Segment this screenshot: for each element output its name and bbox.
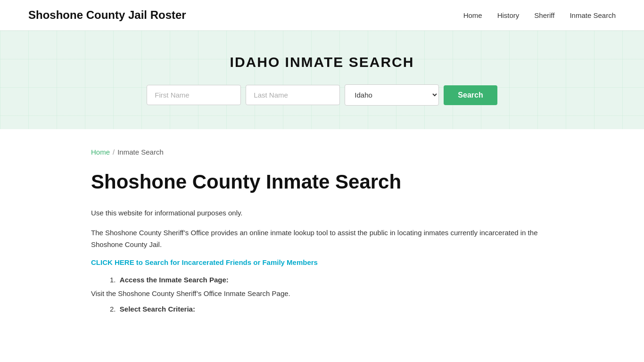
nav-inmate-search[interactable]: Inmate Search (570, 11, 616, 19)
breadcrumb-separator: / (113, 148, 115, 156)
site-nav: Home History Sheriff Inmate Search (463, 11, 616, 19)
list-item-2-number: 2. (110, 305, 116, 313)
state-select[interactable]: Idaho Alabama Alaska Arizona Arkansas Ca… (345, 84, 439, 106)
breadcrumb-current: Inmate Search (117, 148, 164, 156)
site-title[interactable]: Shoshone County Jail Roster (28, 8, 186, 22)
list-item-2: 2. Select Search Criteria: (110, 305, 553, 313)
nav-sheriff[interactable]: Sheriff (534, 11, 554, 19)
nav-history[interactable]: History (497, 11, 520, 19)
hero-title: IDAHO INMATE SEARCH (9, 54, 635, 70)
click-here-link[interactable]: CLICK HERE to Search for Incarcerated Fr… (91, 258, 318, 266)
list-item-1-number: 1. (110, 276, 116, 284)
page-heading: Shoshone County Inmate Search (91, 170, 553, 194)
search-form: Idaho Alabama Alaska Arizona Arkansas Ca… (9, 84, 635, 106)
site-header: Shoshone County Jail Roster Home History… (0, 0, 644, 31)
intro-paragraph-1: Use this website for informational purpo… (91, 207, 553, 219)
list-item-1-label: Access the Inmate Search Page: (120, 276, 229, 284)
first-name-input[interactable] (147, 85, 241, 105)
intro-paragraph-2: The Shoshone County Sheriff’s Office pro… (91, 227, 553, 251)
search-button[interactable]: Search (444, 85, 497, 105)
visit-text: Visit the Shoshone County Sheriff’s Offi… (91, 289, 553, 297)
nav-home[interactable]: Home (463, 11, 482, 19)
main-content: Home / Inmate Search Shoshone County Inm… (63, 129, 581, 347)
hero-banner: IDAHO INMATE SEARCH Idaho Alabama Alaska… (0, 31, 644, 129)
last-name-input[interactable] (246, 85, 340, 105)
breadcrumb: Home / Inmate Search (91, 148, 553, 156)
list-item-1: 1. Access the Inmate Search Page: (110, 276, 553, 284)
breadcrumb-home-link[interactable]: Home (91, 148, 110, 156)
list-item-2-label: Select Search Criteria: (120, 305, 195, 313)
